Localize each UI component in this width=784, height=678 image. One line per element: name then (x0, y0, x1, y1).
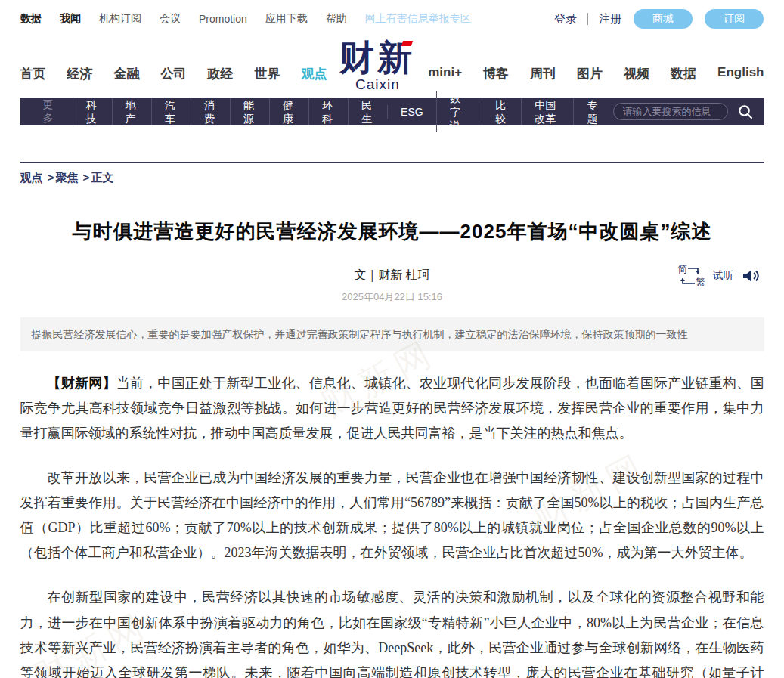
subnav-item-1[interactable]: 地产 (112, 98, 151, 125)
article-paragraph-2: 在创新型国家的建设中，民营经济以其快速的市场敏感度、灵活的决策和激励机制，以及全… (20, 585, 764, 678)
simplified-label: 简 (678, 263, 687, 276)
secondary-nav-bar: 更多 科技地产汽车消费能源健康环科民生ESG数字说比较中国改革专题 (20, 98, 764, 125)
main-nav-right-2[interactable]: 周刊 (530, 65, 556, 82)
article-summary: 提振民营经济发展信心，重要的是要加强产权保护，并通过完善政策制定程序与执行机制，… (20, 317, 764, 351)
top-utility-bar: 数据我闻机构订阅会议Promotion应用下载帮助 网上有害信息举报专区 登录 … (0, 0, 784, 36)
subnav-item-10[interactable]: 比较 (482, 98, 521, 125)
article-paragraph-1: 改革开放以来，民营企业已成为中国经济发展的重要力量，民营企业也在增强中国经济韧性… (20, 466, 764, 565)
subnav-item-6[interactable]: 环科 (308, 98, 348, 125)
article: 与时俱进营造更好的民营经济发展环境——2025年首场“中改圆桌”综述 文｜财新 … (20, 218, 764, 678)
main-nav-left: 首页经济金融公司政经世界观点 (20, 65, 327, 93)
subnav-item-5[interactable]: 健康 (269, 98, 308, 125)
article-body: 【财新网】当前，中国正处于新型工业化、信息化、城镇化、农业现代化同步发展阶段，也… (20, 371, 764, 678)
topbar-link-6[interactable]: 帮助 (326, 12, 347, 26)
main-nav-right: mini+博客周刊图片视频数据English (428, 65, 764, 93)
breadcrumb-item-2[interactable]: 正文 (91, 171, 113, 184)
search-input[interactable] (613, 103, 728, 120)
topbar-links: 数据我闻机构订阅会议Promotion应用下载帮助 (20, 12, 347, 26)
topbar-link-0[interactable]: 数据 (20, 12, 42, 26)
main-nav-left-5[interactable]: 世界 (255, 65, 280, 82)
search-area (613, 103, 754, 120)
divider (587, 13, 588, 25)
breadcrumb-separator: > (79, 171, 89, 184)
main-nav-left-6[interactable]: 观点 (302, 65, 327, 82)
more-menu[interactable]: 更多 (31, 98, 73, 125)
topbar-link-1[interactable]: 我闻 (60, 12, 81, 26)
breadcrumb-item-1[interactable]: 聚焦 (55, 171, 78, 184)
subnav-item-3[interactable]: 消费 (191, 98, 230, 125)
register-link[interactable]: 注册 (599, 12, 621, 26)
breadcrumb: 观点 >聚焦 >正文 (20, 163, 764, 185)
topbar-account-area: 登录 注册 商城 订阅 (554, 9, 764, 29)
main-nav-right-3[interactable]: 图片 (577, 65, 603, 82)
article-paragraph-0: 【财新网】当前，中国正处于新型工业化、信息化、城镇化、农业现代化同步发展阶段，也… (20, 371, 764, 446)
breadcrumb-item-0[interactable]: 观点 (20, 171, 43, 184)
subnav-item-7[interactable]: 民生 (348, 98, 387, 125)
page-title: 与时俱进营造更好的民营经济发展环境——2025年首场“中改圆桌”综述 (43, 218, 742, 245)
subnav-item-2[interactable]: 汽车 (151, 98, 191, 125)
breadcrumb-separator: > (45, 171, 54, 184)
main-nav-left-3[interactable]: 公司 (161, 65, 187, 82)
main-nav-left-1[interactable]: 经济 (67, 65, 93, 82)
listen-button[interactable]: 试听 (713, 269, 734, 283)
main-nav-right-5[interactable]: 数据 (671, 65, 696, 82)
main-nav-right-4[interactable]: 视频 (624, 65, 649, 82)
byline: 文｜财新 杜珂 (354, 268, 429, 281)
main-nav-left-4[interactable]: 政经 (208, 65, 234, 82)
traditional-label: 繁 (696, 276, 705, 289)
subnav-item-4[interactable]: 能源 (230, 98, 269, 125)
main-nav-left-2[interactable]: 金融 (114, 65, 140, 82)
subscribe-button[interactable]: 订阅 (705, 9, 764, 29)
subnav-item-9[interactable]: 数字说 (436, 91, 482, 132)
subnav-item-11[interactable]: 中国改革 (521, 98, 573, 125)
login-link[interactable]: 登录 (554, 12, 577, 26)
speaker-icon[interactable] (742, 268, 760, 284)
subnav-item-0[interactable]: 科技 (73, 98, 112, 125)
topbar-link-5[interactable]: 应用下载 (265, 12, 308, 26)
harmful-info-report-link[interactable]: 网上有害信息举报专区 (365, 12, 471, 26)
caixin-logo[interactable]: 财新 Caixin (335, 39, 420, 93)
main-nav-left-0[interactable]: 首页 (20, 65, 46, 82)
subnav-items: 科技地产汽车消费能源健康环科民生ESG数字说比较中国改革专题 (73, 98, 613, 125)
logo-red-accent (401, 41, 413, 46)
paragraph-lead: 【财新网】 (48, 376, 116, 391)
main-nav-right-0[interactable]: mini+ (428, 65, 462, 82)
subnav-item-12[interactable]: 专题 (573, 98, 612, 125)
byline-row: 文｜财新 杜珂 简 繁 试听 (20, 268, 764, 283)
logo-english-text: Caixin (339, 76, 415, 93)
topbar-link-4[interactable]: Promotion (199, 13, 247, 25)
subnav-item-8[interactable]: ESG (387, 105, 436, 119)
mall-button[interactable]: 商城 (634, 9, 693, 29)
topbar-link-2[interactable]: 机构订阅 (99, 12, 141, 26)
article-tools: 简 繁 试听 (678, 265, 760, 287)
main-nav-right-1[interactable]: 博客 (483, 65, 509, 82)
main-nav-right-6[interactable]: English (717, 65, 764, 82)
topbar-link-3[interactable]: 会议 (160, 12, 181, 26)
site-header: 首页经济金融公司政经世界观点 财新 Caixin mini+博客周刊图片视频数据… (20, 36, 764, 98)
publish-date: 2025年04月22日 15:16 (20, 290, 764, 304)
simplified-traditional-toggle[interactable]: 简 繁 (678, 265, 705, 287)
search-icon[interactable] (737, 104, 754, 120)
